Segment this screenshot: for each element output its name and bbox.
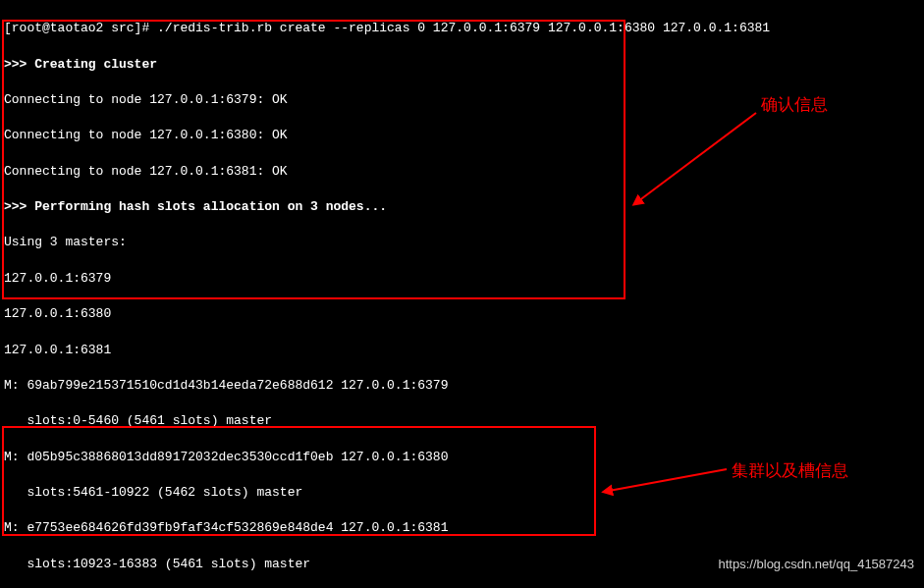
connect-line: Connecting to node 127.0.0.1:6381: OK <box>4 163 920 181</box>
node-line: M: 69ab799e215371510cd1d43b14eeda72e688d… <box>4 377 920 395</box>
annotation-label-2: 集群以及槽信息 <box>732 459 848 483</box>
terminal-output: [root@taotao2 src]# ./redis-trib.rb crea… <box>0 0 924 588</box>
connect-line: Connecting to node 127.0.0.1:6380: OK <box>4 127 920 144</box>
watermark-text: https://blog.csdn.net/qq_41587243 <box>719 556 915 573</box>
node-line: M: e7753ee684626fd39fb9faf34cf532869e848… <box>4 519 920 537</box>
master-addr: 127.0.0.1:6379 <box>4 270 920 288</box>
master-addr: 127.0.0.1:6380 <box>4 305 920 323</box>
prompt-line: [root@taotao2 src]# ./redis-trib.rb crea… <box>4 20 920 37</box>
master-addr: 127.0.0.1:6381 <box>4 342 920 359</box>
annotation-label-1: 确认信息 <box>761 93 828 117</box>
perform-line: >>> Performing hash slots allocation on … <box>4 198 920 216</box>
slot-line: slots:5461-10922 (5462 slots) master <box>4 484 920 502</box>
creating-line: >>> Creating cluster <box>4 56 920 74</box>
slot-line: slots:0-5460 (5461 slots) master <box>4 412 920 430</box>
using-line: Using 3 masters: <box>4 234 920 251</box>
